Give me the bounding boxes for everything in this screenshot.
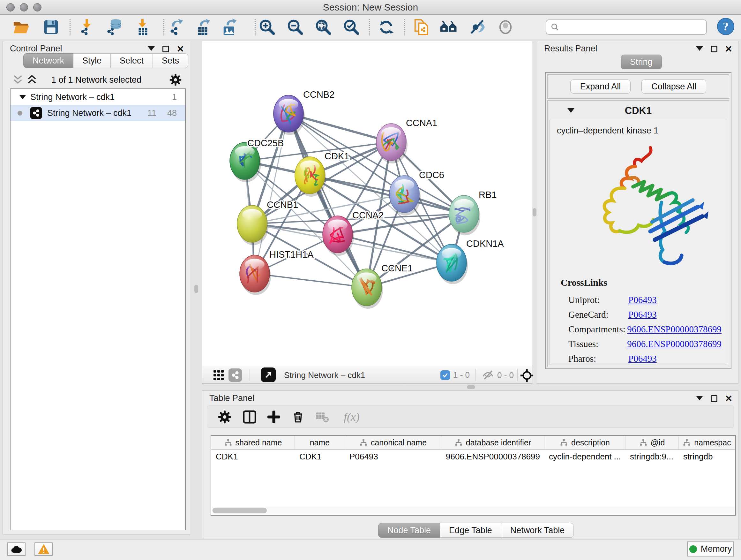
panel-menu-icon[interactable] — [696, 396, 703, 404]
table-cell[interactable]: P06493 — [345, 450, 441, 464]
tab-network-table[interactable]: Network Table — [501, 523, 574, 538]
scrollbar-thumb[interactable] — [212, 508, 267, 513]
table-cell[interactable]: cyclin-dependent ... — [544, 450, 625, 464]
network-row[interactable]: String Network – cdk1 11 48 — [10, 105, 185, 121]
network-options-gear-icon[interactable] — [170, 74, 182, 86]
selected-checkbox-icon[interactable]: 1 - 0 — [441, 370, 470, 380]
maximize-window-button[interactable] — [33, 3, 42, 11]
float-panel-icon[interactable] — [711, 395, 718, 402]
table-options-gear-icon[interactable] — [217, 409, 232, 425]
column-header-name[interactable]: name — [295, 436, 345, 449]
tab-network[interactable]: Network — [23, 53, 73, 68]
network-node-hist1h1a[interactable]: HIST1H1A — [240, 249, 314, 295]
grid-view-icon[interactable] — [213, 370, 224, 381]
close-window-button[interactable] — [6, 3, 15, 11]
result-node-name: CDK1 — [548, 105, 729, 117]
hidden-eye-icon[interactable]: 0 - 0 — [482, 369, 514, 381]
table-cell[interactable]: CDK1 — [295, 450, 345, 464]
search-field[interactable] — [546, 19, 707, 35]
copy-to-clipboard-icon[interactable] — [412, 18, 430, 36]
crosshair-icon[interactable] — [520, 369, 534, 382]
network-node-ccne1[interactable]: CCNE1 — [352, 263, 413, 309]
tab-sets[interactable]: Sets — [153, 53, 188, 68]
expand-all-button[interactable]: Expand All — [570, 79, 631, 94]
eye-icon[interactable] — [496, 18, 515, 36]
shared-column-icon — [359, 438, 367, 447]
tab-style[interactable]: Style — [73, 53, 111, 68]
toolbar-separator — [163, 19, 164, 36]
network-canvas[interactable]: CCNB2CCNA1CDC25BCDK1CDC6RB1CCNB1CCNA2CDK… — [202, 41, 532, 366]
table-cell[interactable]: stringdb — [679, 450, 735, 464]
crosslink-link[interactable]: P06493 — [628, 309, 657, 320]
detach-view-icon[interactable] — [261, 368, 276, 382]
zoom-selected-icon[interactable] — [342, 18, 360, 36]
column-header--id[interactable]: @id — [625, 436, 679, 449]
help-icon[interactable]: ? — [717, 17, 735, 36]
tab-node-table[interactable]: Node Table — [378, 523, 440, 538]
network-node-rb1[interactable]: RB1 — [449, 190, 496, 235]
panel-menu-icon[interactable] — [696, 46, 703, 54]
column-header-description[interactable]: description — [544, 436, 625, 449]
network-collection-row[interactable]: String Network – cdk1 1 — [10, 89, 185, 105]
network-share-view-icon[interactable] — [228, 368, 242, 382]
horizontal-splitter-handle[interactable] — [467, 385, 475, 389]
horizontal-scrollbar[interactable] — [212, 507, 735, 514]
export-table-icon[interactable] — [195, 18, 212, 36]
close-panel-icon[interactable]: ✕ — [725, 45, 732, 54]
export-network-icon[interactable] — [167, 18, 185, 36]
add-column-icon[interactable] — [266, 409, 282, 425]
group-nodes-icon[interactable] — [440, 18, 458, 36]
node-result-header[interactable]: CDK1 — [548, 101, 729, 120]
column-header-canonical-name[interactable]: canonical name — [345, 436, 441, 449]
collapse-all-button[interactable]: Collapse All — [642, 79, 706, 94]
column-header-shared-name[interactable]: shared name — [211, 436, 295, 449]
save-session-icon[interactable] — [42, 18, 60, 36]
node-label: CDC25B — [247, 138, 284, 148]
delete-column-icon[interactable] — [290, 409, 306, 425]
import-network-file-icon[interactable] — [78, 18, 96, 36]
export-image-icon[interactable] — [221, 18, 239, 36]
tab-select[interactable]: Select — [111, 53, 153, 68]
crosslink-link[interactable]: P06493 — [628, 354, 657, 364]
collection-expander-icon[interactable] — [19, 95, 26, 103]
close-panel-icon[interactable]: ✕ — [177, 45, 184, 54]
minimize-window-button[interactable] — [20, 3, 28, 11]
column-header-namespac[interactable]: namespac — [679, 436, 735, 449]
network-node-cdc6[interactable]: CDC6 — [389, 170, 444, 215]
hide-selection-icon[interactable] — [468, 18, 486, 36]
column-header-database-identifier[interactable]: database identifier — [441, 436, 544, 449]
crosslink-link[interactable]: P06493 — [628, 295, 657, 305]
vertical-splitter-handle[interactable] — [533, 208, 536, 216]
close-panel-icon[interactable]: ✕ — [725, 394, 732, 403]
network-node-cdkn1a[interactable]: CDKN1A — [436, 239, 504, 284]
table-cell[interactable]: stringdb:9... — [625, 450, 679, 464]
show-columns-icon[interactable] — [242, 409, 258, 425]
warnings-button[interactable] — [35, 543, 53, 556]
zoom-in-icon[interactable] — [258, 18, 276, 36]
vertical-splitter-handle[interactable] — [194, 285, 198, 293]
table-cell[interactable]: 9606.ENSP00000378699 — [441, 450, 544, 464]
table-row[interactable]: CDK1CDK1P064939606.ENSP00000378699cyclin… — [211, 450, 735, 464]
refresh-icon[interactable] — [377, 18, 395, 36]
cloud-button[interactable] — [7, 543, 25, 556]
control-panel-title: Control Panel — [10, 44, 62, 54]
network-label: String Network – cdk1 — [47, 108, 131, 118]
network-view[interactable]: CCNB2CCNA1CDC25BCDK1CDC6RB1CCNB1CCNA2CDK… — [202, 41, 532, 384]
current-network-name: String Network – cdk1 — [284, 370, 365, 380]
float-panel-icon[interactable] — [711, 46, 718, 52]
import-table-file-icon[interactable] — [134, 18, 152, 36]
crosslink-link[interactable]: 9606.ENSP00000378699 — [627, 339, 722, 349]
crosslink-label: Uniprot: — [568, 295, 628, 305]
crosslink-link[interactable]: 9606.ENSP00000378699 — [627, 324, 722, 334]
search-input[interactable] — [562, 22, 702, 33]
protein-structure-image — [566, 139, 713, 273]
table-cell[interactable]: CDK1 — [211, 450, 295, 464]
tab-string[interactable]: String — [621, 55, 662, 69]
open-file-icon[interactable] — [12, 18, 30, 36]
import-network-database-icon[interactable] — [105, 18, 123, 36]
float-panel-icon[interactable] — [162, 46, 169, 52]
tab-edge-table[interactable]: Edge Table — [440, 523, 501, 538]
zoom-fit-icon[interactable] — [314, 18, 332, 36]
zoom-out-icon[interactable] — [286, 18, 304, 36]
memory-button[interactable]: Memory — [687, 542, 734, 557]
